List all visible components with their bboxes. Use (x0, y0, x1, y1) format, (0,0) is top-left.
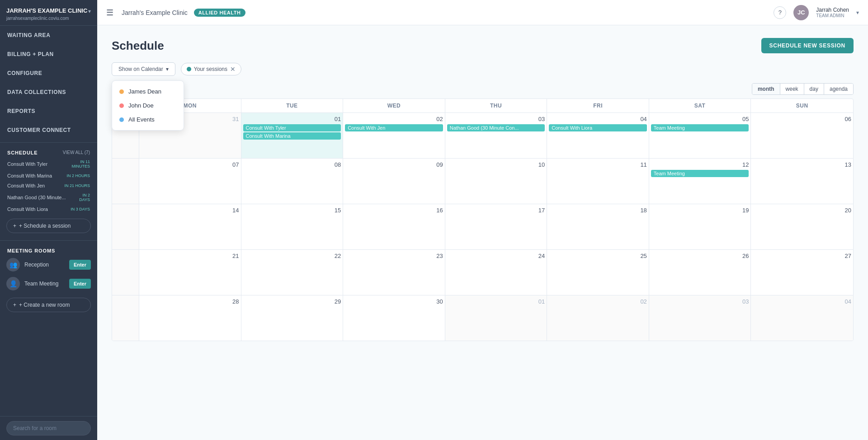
cal-day-jun26[interactable]: 26 (649, 250, 751, 295)
schedule-list: Consult With Tyler IN 11MINUTES Consult … (0, 157, 97, 214)
cal-day-jun10[interactable]: 10 (445, 159, 547, 204)
dropdown-item-all-events[interactable]: All Events (112, 112, 184, 126)
sidebar-item-customer-connect[interactable]: CUSTOMER CONNECT (0, 121, 97, 140)
day-number: 17 (447, 207, 545, 214)
sidebar-item-configure[interactable]: CONFIGURE (0, 64, 97, 83)
create-room-button[interactable]: + + Create a new room (6, 298, 91, 312)
cal-event[interactable]: Nathan Good (30 Minute Con... (447, 124, 545, 131)
cal-event[interactable]: Consult With Marina (243, 132, 341, 140)
search-room-input[interactable] (6, 421, 91, 435)
schedule-item[interactable]: Nathan Good (30 Minute... IN 2DAYS (0, 191, 97, 204)
search-room-container (0, 416, 97, 440)
sidebar-header[interactable]: JARRAH'S EXAMPLE CLINIC jarrahsexamplecl… (0, 0, 97, 26)
cal-day-jul03[interactable]: 03 (649, 295, 751, 341)
view-all-link[interactable]: VIEW ALL (7) (63, 150, 90, 155)
thu-header: Thu (445, 99, 547, 112)
cal-day-jun15[interactable]: 15 (241, 204, 344, 249)
user-dropdown-icon[interactable]: ▾ (856, 9, 859, 16)
team-meeting-room-name: Team Meeting (24, 281, 65, 287)
cal-event[interactable]: Team Meeting (651, 124, 749, 131)
agenda-view-button[interactable]: agenda (824, 84, 853, 94)
schedule-item[interactable]: Consult With Tyler IN 11MINUTES (0, 157, 97, 171)
dropdown-item-john-doe[interactable]: John Doe (112, 98, 184, 112)
dropdown-item-james-dean[interactable]: James Dean (112, 84, 184, 98)
filter-remove-icon[interactable]: ✕ (230, 66, 236, 73)
clinic-dropdown-icon[interactable]: ▾ (88, 8, 91, 14)
schedule-item[interactable]: Consult With Marina IN 2 HOURS (0, 171, 97, 181)
calendar-week-2: 07 08 09 10 11 12 Team Meeting 13 (112, 159, 853, 204)
cal-day-jun24[interactable]: 24 (445, 250, 547, 295)
cal-event[interactable]: Consult With Liora (549, 124, 647, 131)
day-number: 25 (549, 253, 647, 259)
filter-dot (187, 67, 191, 71)
cal-day-jun12[interactable]: 12 Team Meeting (649, 159, 751, 204)
help-icon[interactable]: ? (774, 6, 786, 19)
cal-day-jul04[interactable]: 04 (751, 295, 853, 341)
week-view-button[interactable]: week (780, 84, 804, 94)
cal-day-jun11[interactable]: 11 (547, 159, 649, 204)
day-number: 06 (753, 116, 851, 122)
cal-day-jun06[interactable]: 06 (751, 113, 853, 158)
wed-header: Wed (343, 99, 445, 112)
cal-day-jun14[interactable]: 14 (139, 204, 241, 249)
reception-enter-button[interactable]: Enter (69, 260, 91, 270)
cal-day-jul01[interactable]: 01 (445, 295, 547, 341)
sidebar-item-billing-plan[interactable]: BILLING + PLAN (0, 45, 97, 64)
cal-day-jun01[interactable]: 01 Consult With Tyler Consult With Marin… (241, 113, 344, 158)
john-doe-dot (119, 103, 124, 108)
cal-day-jun21[interactable]: 21 (139, 250, 241, 295)
cal-day-jun17[interactable]: 17 (445, 204, 547, 249)
day-number: 16 (345, 207, 443, 214)
cal-event[interactable]: Consult With Jen (345, 124, 443, 131)
day-number: 21 (141, 253, 239, 259)
tue-header: Tue (241, 99, 344, 112)
cal-day-jun09[interactable]: 09 (343, 159, 445, 204)
sidebar-item-data-collections[interactable]: DATA COLLECTIONS (0, 83, 97, 102)
day-view-button[interactable]: day (804, 84, 824, 94)
month-view-button[interactable]: month (752, 84, 780, 94)
calendar-week-5: 28 29 30 01 02 03 04 (112, 295, 853, 341)
cal-day-jun27[interactable]: 27 (751, 250, 853, 295)
cal-day-jun04[interactable]: 04 Consult With Liora (547, 113, 649, 158)
schedule-section-header: SCHEDULE VIEW ALL (7) (0, 145, 97, 157)
cal-day-jun16[interactable]: 16 (343, 204, 445, 249)
day-number: 30 (345, 298, 443, 305)
show-on-calendar-chevron: ▾ (166, 66, 169, 72)
schedule-new-session-button[interactable]: SCHEDULE NEW SESSION (761, 38, 854, 53)
schedule-item[interactable]: Consult With Jen IN 21 HOURS (0, 181, 97, 191)
sidebar-item-waiting-area[interactable]: WAITING AREA (0, 26, 97, 45)
cal-day-jun20[interactable]: 20 (751, 204, 853, 249)
john-doe-label: John Doe (128, 102, 154, 109)
sun-header: Sun (751, 99, 853, 112)
cal-day-jun30[interactable]: 30 (343, 295, 445, 341)
day-number: 04 (549, 116, 647, 122)
cal-day-jun29[interactable]: 29 (241, 295, 344, 341)
cal-day-jul02[interactable]: 02 (547, 295, 649, 341)
cal-day-jun28[interactable]: 28 (139, 295, 241, 341)
cal-day-jun13[interactable]: 13 (751, 159, 853, 204)
team-meeting-enter-button[interactable]: Enter (69, 279, 91, 289)
day-number: 10 (447, 161, 545, 168)
cal-day-jun18[interactable]: 18 (547, 204, 649, 249)
cal-day-jun19[interactable]: 19 (649, 204, 751, 249)
cal-event[interactable]: Team Meeting (651, 170, 749, 177)
all-events-label: All Events (128, 116, 155, 123)
cal-event[interactable]: Consult With Tyler (243, 124, 341, 131)
cal-day-jun07[interactable]: 07 (139, 159, 241, 204)
schedule-item[interactable]: Consult With Liora IN 3 DAYS (0, 204, 97, 214)
cal-day-jun23[interactable]: 23 (343, 250, 445, 295)
sidebar-nav: WAITING AREA BILLING + PLAN CONFIGURE DA… (0, 26, 97, 140)
james-dean-dot (119, 89, 124, 94)
menu-icon[interactable]: ☰ (106, 8, 113, 18)
cal-day-jun05[interactable]: 05 Team Meeting (649, 113, 751, 158)
cal-day-jun02[interactable]: 02 Consult With Jen (343, 113, 445, 158)
cal-day-jun03[interactable]: 03 Nathan Good (30 Minute Con... (445, 113, 547, 158)
cal-day-jun25[interactable]: 25 (547, 250, 649, 295)
cal-day-jun08[interactable]: 08 (241, 159, 344, 204)
schedule-session-button[interactable]: + + Schedule a session (6, 219, 91, 233)
cal-day-jun22[interactable]: 22 (241, 250, 344, 295)
show-on-calendar-button[interactable]: Show on Calendar ▾ (112, 62, 175, 76)
reception-icon: 👥 (6, 258, 20, 271)
sat-header: Sat (649, 99, 751, 112)
sidebar-item-reports[interactable]: REPORTS (0, 102, 97, 121)
